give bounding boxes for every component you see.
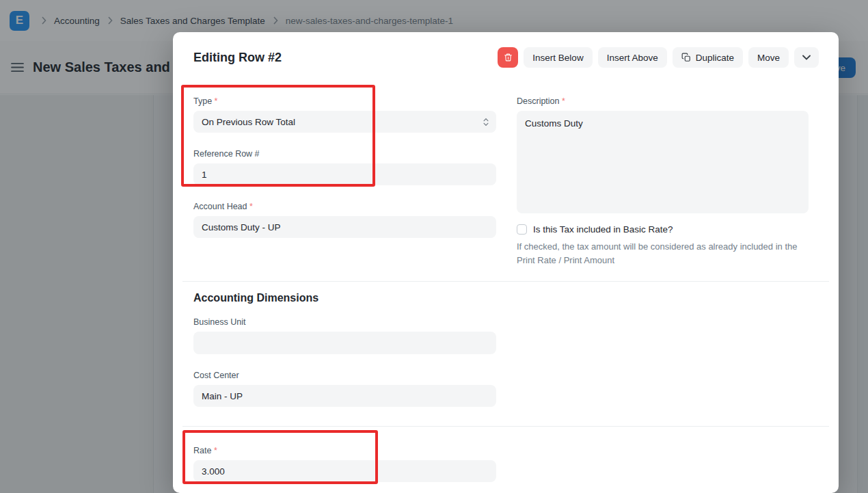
business-unit-label: Business Unit xyxy=(193,317,496,328)
rate-field: Rate * xyxy=(193,446,496,482)
duplicate-button[interactable]: Duplicate xyxy=(673,47,743,68)
delete-row-button[interactable] xyxy=(498,47,518,68)
rate-label: Rate * xyxy=(193,446,496,456)
tax-included-help-text: If checked, the tax amount will be consi… xyxy=(517,240,800,267)
duplicate-label: Duplicate xyxy=(696,53,734,63)
edit-row-modal: Editing Row #2 Insert Below Insert Above… xyxy=(173,32,839,493)
business-unit-field: Business Unit xyxy=(193,317,496,354)
required-marker: * xyxy=(215,96,218,106)
description-label: Description * xyxy=(517,96,809,107)
trash-icon xyxy=(504,53,513,62)
insert-below-button[interactable]: Insert Below xyxy=(524,47,592,68)
section-divider xyxy=(182,426,829,427)
cost-center-field: Cost Center xyxy=(193,371,496,407)
modal-actions: Insert Below Insert Above Duplicate Move xyxy=(498,47,819,68)
rate-input[interactable] xyxy=(193,460,496,482)
cost-center-label: Cost Center xyxy=(193,371,496,381)
select-updown-icon xyxy=(483,117,489,127)
type-select-value: On Previous Row Total xyxy=(202,117,295,127)
section-divider xyxy=(182,281,829,282)
move-button[interactable]: Move xyxy=(748,47,789,68)
tax-included-checkbox[interactable] xyxy=(517,224,527,235)
account-head-label: Account Head * xyxy=(193,202,496,212)
duplicate-icon xyxy=(681,53,691,62)
business-unit-input[interactable] xyxy=(193,332,496,354)
type-select[interactable]: On Previous Row Total xyxy=(193,111,496,133)
tax-included-field: Is this Tax included in Basic Rate? xyxy=(517,224,809,235)
type-label: Type * xyxy=(193,96,496,107)
account-head-field: Account Head * xyxy=(193,202,496,238)
chevron-down-icon xyxy=(802,55,811,60)
required-marker: * xyxy=(249,202,253,211)
type-field: Type * On Previous Row Total xyxy=(193,96,496,133)
account-head-input[interactable] xyxy=(193,216,496,238)
modal-right-column: Description * Customs Duty Is this Tax i… xyxy=(517,96,809,267)
modal-left-column: Type * On Previous Row Total Reference R… xyxy=(193,96,496,254)
tax-included-label[interactable]: Is this Tax included in Basic Rate? xyxy=(533,224,673,235)
description-field: Description * Customs Duty xyxy=(517,96,809,213)
insert-above-button[interactable]: Insert Above xyxy=(598,47,667,68)
required-marker: * xyxy=(214,446,217,455)
modal-header: Editing Row #2 Insert Below Insert Above… xyxy=(173,32,839,68)
reference-row-field: Reference Row # xyxy=(193,149,496,185)
modal-title: Editing Row #2 xyxy=(193,51,282,65)
required-marker: * xyxy=(562,96,565,106)
description-textarea[interactable]: Customs Duty xyxy=(517,111,809,213)
reference-row-input[interactable] xyxy=(193,163,496,185)
reference-row-label: Reference Row # xyxy=(193,149,496,159)
more-actions-button[interactable] xyxy=(794,47,819,68)
modal-body: Type * On Previous Row Total Reference R… xyxy=(173,68,839,482)
accounting-dimensions-heading: Accounting Dimensions xyxy=(193,293,818,304)
cost-center-input[interactable] xyxy=(193,385,496,407)
